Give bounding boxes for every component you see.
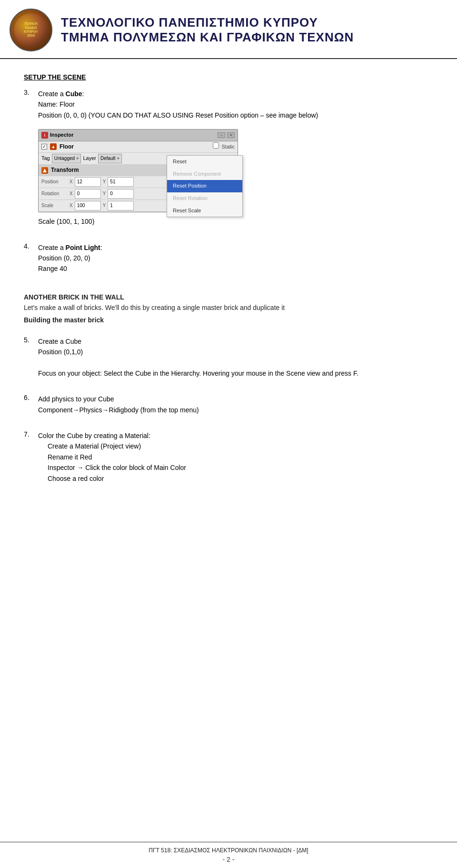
another-brick-section: ANOTHER BRICK IN THE WALL Let's make a w… xyxy=(24,293,433,324)
context-menu-reset[interactable]: Reset xyxy=(167,156,242,168)
scale-label: Scale xyxy=(41,202,68,210)
layer-select[interactable]: Default ÷ xyxy=(98,154,122,163)
another-brick-heading: ANOTHER BRICK IN THE WALL xyxy=(24,293,433,301)
inspector-wrapper: i Inspector - = ▲ Floor xyxy=(38,129,238,212)
list-item: 4. Create a Point Light: Position (0, 20… xyxy=(24,242,433,274)
item-number: 5. xyxy=(24,336,33,379)
inspector-object-row: ▲ Floor Static xyxy=(39,141,238,153)
tag-select[interactable]: Untagged ÷ xyxy=(52,154,81,163)
main-content: SETUP THE SCENE 3. Create a Cube: Name: … xyxy=(0,59,457,528)
object-type-icon: ▲ xyxy=(50,143,57,150)
another-brick-intro: Let's make a wall of bricks. We'll do th… xyxy=(24,304,433,311)
rotation-y-field[interactable]: 0 xyxy=(108,189,134,199)
university-name: ΤΕΧΝΟΛΟΓΙΚΟ ΠΑΝΕΠΙΣΤΗΜΙΟ ΚΥΠΡΟΥ xyxy=(61,15,438,30)
university-logo: ΤΕΧΝΟΛΠΑΝΕΠΚΥΠΡΟΥ2004 xyxy=(10,9,52,51)
item7-sub3: Inspector → Click the color block of Mai… xyxy=(48,464,186,471)
item-number: 6. xyxy=(24,394,33,415)
svg-marker-0 xyxy=(43,169,47,172)
item7-sub1: Create a Material (Project view) xyxy=(48,442,141,450)
scale-x-field[interactable]: 100 xyxy=(75,201,101,210)
inspector-title: Inspector xyxy=(50,131,74,140)
page-header: ΤΕΧΝΟΛΠΑΝΕΠΚΥΠΡΟΥ2004 ΤΕΧΝΟΛΟΓΙΚΟ ΠΑΝΕΠΙ… xyxy=(0,0,457,59)
inspector-close-btn[interactable]: = xyxy=(227,132,235,138)
inspector-icon: i xyxy=(41,132,48,139)
item-content: Create a Point Light: Position (0, 20, 0… xyxy=(38,242,433,274)
position-x-label: X xyxy=(70,178,73,186)
position-y-field[interactable]: 51 xyxy=(108,177,134,187)
item-sub-name: Name: Floor xyxy=(38,100,75,108)
item-number: 7. xyxy=(24,430,33,484)
department-name: ΤΜΗΜΑ ΠΟΛΥΜΕΣΩΝ ΚΑΙ ΓΡΑΦΙΚΩΝ ΤΕΧΝΩΝ xyxy=(61,30,438,45)
position-y-label: Y xyxy=(103,178,106,186)
scale-note: Scale (100, 1, 100) xyxy=(38,216,433,227)
position-x-field[interactable]: 12 xyxy=(75,177,101,187)
object-name: Floor xyxy=(60,142,210,151)
scale-x-label: X xyxy=(70,202,73,210)
context-menu-reset-rotation: Reset Rotation xyxy=(167,192,242,205)
position-label: Position xyxy=(41,178,68,186)
footer-page: - 2 - xyxy=(10,856,447,863)
item7-sub2: Rename it Red xyxy=(48,453,92,461)
scale-y-label: Y xyxy=(103,202,106,210)
layer-label: Layer xyxy=(83,154,96,163)
context-menu: Reset Remove Component Reset Position Re… xyxy=(167,155,243,217)
tag-label: Tag xyxy=(41,154,50,163)
item-content: Create a Cube: Name: Floor Position (0, … xyxy=(38,89,433,237)
rotation-label: Rotation xyxy=(41,190,68,198)
section-heading: SETUP THE SCENE xyxy=(24,73,433,81)
item-number: 3. xyxy=(24,89,33,237)
page-footer: ΠΓΤ 518: ΣΧΕΔΙΑΣΜΟΣ ΗΛΕΚΤΡΟΝΙΚΩΝ ΠΑΙΧΝΙΔ… xyxy=(0,842,457,868)
list-item: 3. Create a Cube: Name: Floor Position (… xyxy=(24,89,433,237)
static-checkbox-label: Static xyxy=(213,142,235,151)
rotation-x-label: X xyxy=(70,190,73,198)
item5-position: Position (0,1,0) xyxy=(38,348,83,356)
master-brick-heading: Building the master brick xyxy=(24,316,433,324)
object-enable-checkbox[interactable] xyxy=(41,144,47,150)
item-number: 4. xyxy=(24,242,33,274)
list-item: 5. Create a Cube Position (0,1,0) Focus … xyxy=(24,336,433,379)
scale-y-field[interactable]: 1 xyxy=(108,201,134,210)
list-item: 7. Color the Cube by creating a Material… xyxy=(24,430,433,484)
rotation-y-label: Y xyxy=(103,190,106,198)
static-checkbox[interactable] xyxy=(213,142,219,149)
footer-course: ΠΓΤ 518: ΣΧΕΔΙΑΣΜΟΣ ΗΛΕΚΤΡΟΝΙΚΩΝ ΠΑΙΧΝΙΔ… xyxy=(10,847,447,854)
item7-sub4: Choose a red color xyxy=(48,475,104,482)
inspector-titlebar: i Inspector - = xyxy=(39,130,238,141)
item5-focus: Focus on your object: Select the Cube in… xyxy=(38,369,358,377)
bold-text: Cube xyxy=(66,90,82,98)
context-menu-reset-scale[interactable]: Reset Scale xyxy=(167,205,242,217)
item-content: Add physics to your Cube Component→Physi… xyxy=(38,394,433,415)
rotation-x-field[interactable]: 0 xyxy=(75,189,101,199)
item-range: Range 40 xyxy=(38,265,67,272)
item-content: Color the Cube by creating a Material: C… xyxy=(38,430,433,484)
item5-label: Create a Cube xyxy=(38,338,81,345)
transform-label: Transform xyxy=(51,166,79,175)
item6-label: Add physics to your Cube xyxy=(38,395,114,403)
item-sub-position: Position (0, 0, 0) (YOU CAN DO THAT ALSO… xyxy=(38,111,318,119)
list-item: 6. Add physics to your Cube Component→Ph… xyxy=(24,394,433,415)
item-position: Position (0, 20, 0) xyxy=(38,254,90,262)
item6-sub: Component→Physics→Ridigbody (from the to… xyxy=(38,406,199,414)
context-menu-reset-position[interactable]: Reset Position xyxy=(167,180,242,192)
transform-icon xyxy=(41,167,48,174)
context-menu-remove: Remove Component xyxy=(167,168,242,180)
header-text-block: ΤΕΧΝΟΛΟΓΙΚΟ ΠΑΝΕΠΙΣΤΗΜΙΟ ΚΥΠΡΟΥ ΤΜΗΜΑ ΠΟ… xyxy=(61,15,438,45)
item7-label: Color the Cube by creating a Material: xyxy=(38,432,150,439)
inspector-minimize-btn[interactable]: - xyxy=(218,132,225,138)
item-content: Create a Cube Position (0,1,0) Focus on … xyxy=(38,336,433,379)
